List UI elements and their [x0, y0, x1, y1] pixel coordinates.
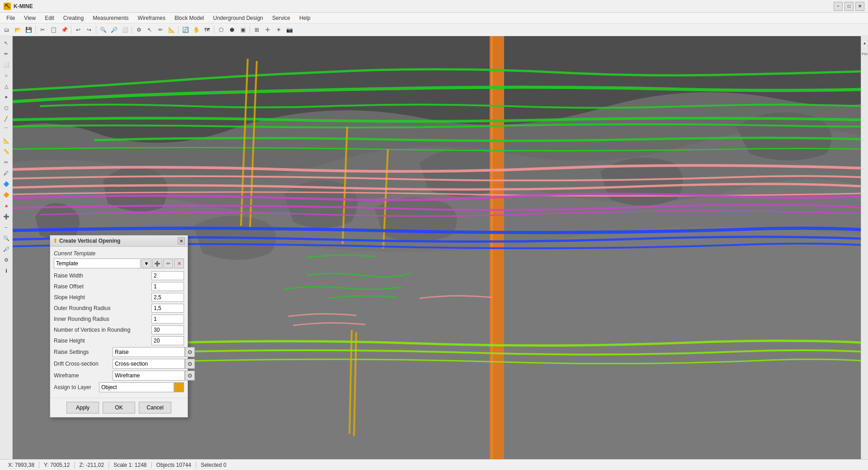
toolbar-new[interactable]: 🗂: [2, 25, 12, 35]
template-dropdown-btn[interactable]: ▼: [142, 258, 151, 268]
drift-cross-section-icon[interactable]: ⊙: [185, 359, 195, 369]
cancel-button[interactable]: Cancel: [139, 402, 171, 414]
sidebar-hex[interactable]: ⬡: [1, 103, 11, 113]
toolbar-lights[interactable]: ☀: [274, 25, 283, 35]
status-z: Z: -211,02: [75, 462, 109, 468]
sidebar-edit-pt[interactable]: 🖊: [1, 168, 11, 178]
raise-height-input[interactable]: [151, 336, 184, 345]
wireframe-input[interactable]: [113, 371, 185, 381]
raise-width-label: Raise Width: [54, 273, 151, 279]
menu-item-view[interactable]: View: [19, 14, 40, 22]
sidebar-circle[interactable]: ○: [1, 70, 11, 80]
sidebar-cut[interactable]: ✂: [1, 157, 11, 167]
status-x: X: 7993,38: [4, 462, 39, 468]
sidebar-select[interactable]: ↖: [1, 38, 11, 48]
sidebar-arc[interactable]: ⌒: [1, 125, 11, 135]
num-vertices-input[interactable]: [151, 325, 184, 334]
toolbar-sep-6: [214, 26, 214, 34]
sidebar-zoom-out-tool[interactable]: 🔎: [1, 244, 11, 254]
menu-item-creating[interactable]: Creating: [59, 14, 88, 22]
status-y: Y: 7005,12: [39, 462, 75, 468]
sidebar-add[interactable]: ➕: [1, 212, 11, 221]
menu-item-underground-design[interactable]: Underground Design: [208, 14, 268, 22]
assign-to-layer-row: Assign to Layer: [54, 382, 184, 392]
template-delete-btn[interactable]: ✕: [174, 258, 184, 268]
toolbar-settings[interactable]: ⚙: [134, 25, 144, 35]
titlebar-controls[interactable]: − □ ✕: [834, 2, 864, 11]
toolbar-draw[interactable]: ✏: [156, 25, 165, 35]
drift-cross-section-input[interactable]: [113, 359, 185, 369]
toolbar-rotate[interactable]: 🔄: [180, 25, 190, 35]
menu-item-file[interactable]: File: [2, 14, 19, 22]
dialog-titlebar[interactable]: ⬆ Create Vertical Opening ✕: [50, 235, 188, 247]
raise-width-input[interactable]: [151, 271, 184, 280]
maximize-button[interactable]: □: [844, 2, 854, 11]
raise-settings-wrapper: ⊙: [113, 347, 195, 357]
viewport[interactable]: ⬆ Create Vertical Opening ✕ Current Temp…: [13, 36, 861, 459]
menu-item-wireframes[interactable]: Wireframes: [133, 14, 170, 22]
sidebar-zoom-tool[interactable]: 🔍: [1, 233, 11, 243]
toolbar-cut[interactable]: ✂: [38, 25, 47, 35]
toolbar-camera[interactable]: 📷: [284, 25, 294, 35]
toolbar-undo[interactable]: ↩: [73, 25, 83, 35]
menu-item-measurements[interactable]: Measurements: [88, 14, 133, 22]
menu-item-service[interactable]: Service: [268, 14, 295, 22]
sidebar-tri-tool[interactable]: 🔺: [1, 201, 11, 211]
menu-item-block-model[interactable]: Block Model: [170, 14, 208, 22]
sidebar-poly-orange[interactable]: 🔶: [1, 190, 11, 200]
raise-settings-input[interactable]: [113, 347, 185, 357]
toolbar-copy[interactable]: 📋: [48, 25, 58, 35]
toolbar-zoom-out[interactable]: 🔎: [109, 25, 119, 35]
sidebar-line[interactable]: ╱: [1, 114, 11, 124]
wireframe-icon[interactable]: ⊙: [185, 371, 195, 381]
sidebar-poly-blue[interactable]: 🔷: [1, 179, 11, 189]
minimize-button[interactable]: −: [834, 2, 843, 11]
toolbar-save[interactable]: 💾: [24, 25, 33, 35]
sidebar-config[interactable]: ⚙: [1, 255, 11, 265]
menu-item-help[interactable]: Help: [295, 14, 315, 22]
sidebar-pen[interactable]: ✏: [1, 49, 11, 59]
sidebar-star[interactable]: ✦: [1, 92, 11, 102]
toolbar-redo[interactable]: ↪: [84, 25, 94, 35]
status-selected: Selected 0: [196, 462, 231, 468]
sidebar-tri[interactable]: △: [1, 81, 11, 91]
template-input[interactable]: [54, 258, 141, 268]
toolbar-zoom-all[interactable]: ⬜: [120, 25, 130, 35]
sidebar-ruler[interactable]: 📏: [1, 146, 11, 156]
raise-settings-icon[interactable]: ⊙: [185, 347, 195, 357]
raise-offset-input[interactable]: [151, 282, 184, 291]
toolbar-axis[interactable]: ✛: [263, 25, 273, 35]
inner-rounding-input[interactable]: [151, 315, 184, 324]
close-button[interactable]: ✕: [855, 2, 864, 11]
sidebar-info[interactable]: ℹ: [1, 266, 11, 276]
layer-input[interactable]: [99, 382, 174, 392]
template-add-btn[interactable]: ➕: [152, 258, 162, 268]
sidebar-rect[interactable]: ⬜: [1, 60, 11, 70]
toolbar-pan[interactable]: ✋: [191, 25, 201, 35]
toolbar-paste[interactable]: 📌: [59, 25, 69, 35]
toolbar-measure[interactable]: 📐: [166, 25, 176, 35]
sidebar-measure[interactable]: 📐: [1, 136, 11, 146]
menu-item-edit[interactable]: Edit: [40, 14, 59, 22]
sidebar-remove[interactable]: −: [1, 222, 11, 232]
inner-rounding-row: Inner Rounding Radius: [54, 315, 184, 324]
toolbar-texture[interactable]: ▣: [238, 25, 248, 35]
slope-height-input[interactable]: [151, 293, 184, 302]
apply-button[interactable]: Apply: [66, 402, 99, 414]
toolbar-wireframe[interactable]: ⬡: [216, 25, 226, 35]
outer-rounding-input[interactable]: [151, 304, 184, 313]
slope-height-label: Slope Height: [54, 294, 151, 301]
toolbar-grid[interactable]: ⊞: [252, 25, 262, 35]
toolbar-solid[interactable]: ⬢: [227, 25, 237, 35]
right-panel-fix[interactable]: FIX: [860, 49, 868, 59]
dialog-close-button[interactable]: ✕: [178, 237, 185, 244]
toolbar-select[interactable]: ↖: [145, 25, 155, 35]
layer-color-button[interactable]: [174, 382, 184, 392]
toolbar-perspective[interactable]: 🗺: [202, 25, 212, 35]
num-vertices-label: Number of Vertices in Rounding: [54, 327, 151, 333]
toolbar-open[interactable]: 📂: [13, 25, 23, 35]
toolbar-zoom-in[interactable]: 🔍: [98, 25, 108, 35]
ok-button[interactable]: OK: [103, 402, 135, 414]
right-panel-top[interactable]: ▲: [860, 38, 868, 48]
template-edit-btn[interactable]: ✏: [163, 258, 173, 268]
